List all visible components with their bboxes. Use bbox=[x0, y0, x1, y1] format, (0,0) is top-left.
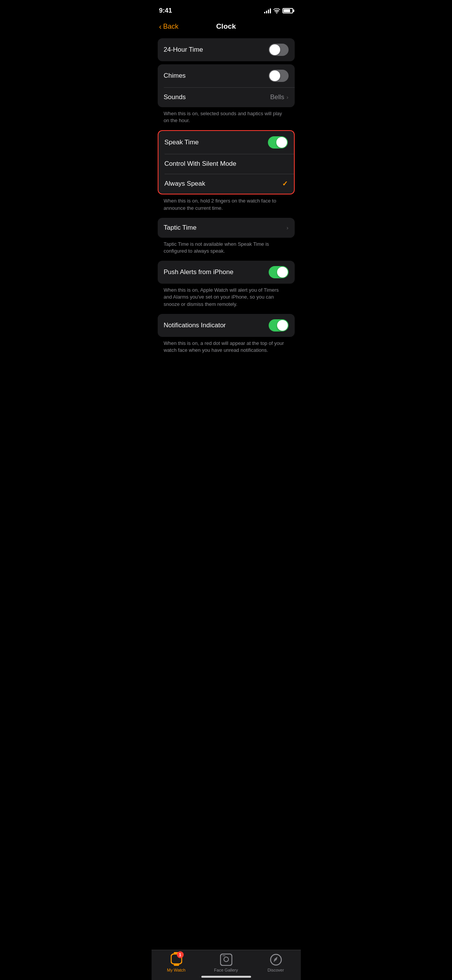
back-button[interactable]: ‹ Back bbox=[159, 23, 179, 31]
discover-icon bbox=[270, 954, 282, 966]
row-label-always-speak: Always Speak bbox=[165, 180, 206, 188]
page-title: Clock bbox=[216, 22, 236, 31]
notifications-footer: When this is on, a red dot will appear a… bbox=[158, 337, 295, 355]
content: 24-Hour Time Chimes Sounds Bells › bbox=[152, 35, 301, 401]
row-label-24h: 24-Hour Time bbox=[164, 46, 203, 54]
battery-icon bbox=[282, 8, 293, 13]
home-indicator bbox=[201, 976, 251, 978]
row-taptic-time[interactable]: Taptic Time › bbox=[158, 218, 295, 238]
row-label-notifications: Notifications Indicator bbox=[164, 322, 226, 329]
row-value-taptic: › bbox=[287, 225, 289, 231]
row-value-sounds: Bells › bbox=[270, 93, 289, 101]
wifi-icon bbox=[273, 8, 280, 13]
push-footer: When this is on, Apple Watch will alert … bbox=[158, 284, 295, 309]
toggle-24h[interactable] bbox=[269, 44, 289, 56]
tab-discover[interactable]: Discover bbox=[251, 953, 301, 972]
taptic-footer: Taptic Time is not available when Speak … bbox=[158, 238, 295, 256]
nav-bar: ‹ Back Clock bbox=[152, 19, 301, 35]
settings-card-taptic: Taptic Time › bbox=[158, 218, 295, 238]
section-notifications: Notifications Indicator When this is on,… bbox=[158, 314, 295, 355]
toggle-chimes[interactable] bbox=[269, 70, 289, 82]
row-sounds[interactable]: Sounds Bells › bbox=[158, 87, 295, 107]
section-push-alerts: Push Alerts from iPhone When this is on,… bbox=[158, 261, 295, 309]
settings-card-chimes: Chimes Sounds Bells › bbox=[158, 64, 295, 107]
checkmark-icon: ✓ bbox=[282, 180, 288, 188]
svg-marker-7 bbox=[274, 957, 277, 962]
settings-card-notifications: Notifications Indicator bbox=[158, 314, 295, 337]
row-speak-time[interactable]: Speak Time bbox=[158, 131, 294, 154]
toggle-push-alerts[interactable] bbox=[269, 266, 289, 278]
sounds-value: Bells bbox=[270, 93, 284, 101]
svg-rect-3 bbox=[220, 954, 232, 965]
row-label-push-alerts: Push Alerts from iPhone bbox=[164, 268, 233, 276]
row-24-hour-time[interactable]: 24-Hour Time bbox=[158, 38, 295, 61]
svg-point-4 bbox=[224, 957, 228, 962]
face-gallery-icon bbox=[220, 954, 232, 966]
tab-label-my-watch: My Watch bbox=[167, 968, 186, 972]
taptic-chevron-icon: › bbox=[287, 225, 289, 231]
settings-card-speak: Speak Time Control With Silent Mode Alwa… bbox=[158, 130, 295, 194]
row-label-sounds: Sounds bbox=[164, 93, 186, 101]
svg-rect-2 bbox=[174, 964, 179, 966]
tab-my-watch[interactable]: 1 My Watch bbox=[152, 953, 201, 972]
status-bar: 9:41 bbox=[152, 0, 301, 19]
tab-face-gallery[interactable]: Face Gallery bbox=[201, 953, 251, 972]
signal-bars-icon bbox=[264, 8, 271, 13]
back-chevron-icon: ‹ bbox=[159, 23, 162, 30]
row-label-taptic-time: Taptic Time bbox=[164, 224, 197, 232]
tab-label-discover: Discover bbox=[268, 968, 284, 972]
toggle-speak-time[interactable] bbox=[268, 136, 288, 149]
svg-rect-5 bbox=[222, 955, 225, 956]
row-label-chimes: Chimes bbox=[164, 72, 186, 80]
settings-card-push: Push Alerts from iPhone bbox=[158, 261, 295, 284]
tab-label-face-gallery: Face Gallery bbox=[214, 968, 238, 972]
row-label-control-silent: Control With Silent Mode bbox=[165, 160, 237, 168]
row-label-speak-time: Speak Time bbox=[165, 139, 199, 146]
speak-footer: When this is on, hold 2 fingers on the w… bbox=[158, 194, 295, 213]
chimes-footer: When this is on, selected sounds and hap… bbox=[158, 107, 295, 126]
chevron-right-icon: › bbox=[287, 94, 289, 100]
section-speak-time: Speak Time Control With Silent Mode Alwa… bbox=[158, 130, 295, 213]
row-control-silent[interactable]: Control With Silent Mode bbox=[158, 154, 294, 174]
settings-card-24h: 24-Hour Time bbox=[158, 38, 295, 61]
row-chimes[interactable]: Chimes bbox=[158, 64, 295, 87]
status-time: 9:41 bbox=[159, 7, 172, 15]
row-always-speak[interactable]: Always Speak ✓ bbox=[158, 174, 294, 194]
row-push-alerts[interactable]: Push Alerts from iPhone bbox=[158, 261, 295, 284]
section-chimes: Chimes Sounds Bells › When this is on, s… bbox=[158, 64, 295, 126]
row-notifications-indicator[interactable]: Notifications Indicator bbox=[158, 314, 295, 337]
section-taptic: Taptic Time › Taptic Time is not availab… bbox=[158, 218, 295, 256]
toggle-notifications[interactable] bbox=[269, 319, 289, 332]
back-label: Back bbox=[163, 23, 178, 31]
my-watch-badge: 1 bbox=[177, 951, 184, 958]
section-24h: 24-Hour Time bbox=[158, 38, 295, 61]
status-icons bbox=[264, 8, 293, 13]
bottom-spacer bbox=[158, 360, 295, 398]
